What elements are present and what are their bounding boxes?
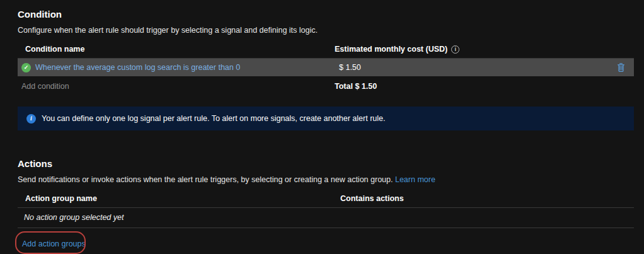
learn-more-link[interactable]: Learn more <box>395 175 435 184</box>
actions-section-description: Send notifications or invoke actions whe… <box>18 175 634 184</box>
alert-rule-page: Condition Configure when the alert rule … <box>0 0 644 254</box>
action-group-table: Action group name Contains actions No ac… <box>18 190 634 254</box>
add-condition-button[interactable]: Add condition <box>21 82 335 91</box>
trash-icon <box>617 65 625 74</box>
condition-section-title: Condition <box>18 9 634 20</box>
no-action-group-message: No action group selected yet <box>18 208 634 228</box>
condition-section-description: Configure when the alert rule should tri… <box>18 26 634 35</box>
add-action-groups-row: Add action groups <box>18 233 634 254</box>
condition-table-footer-row: Add condition Total $ 1.50 <box>18 76 634 96</box>
estimated-cost-column-header: Estimated monthly cost (USD) i <box>335 45 634 54</box>
actions-section-title: Actions <box>18 158 634 169</box>
condition-row[interactable]: ✓ Whenever the average custom log search… <box>18 59 634 76</box>
info-banner-text: You can define only one log signal per a… <box>42 114 385 123</box>
condition-table: Condition name Estimated monthly cost (U… <box>18 41 634 96</box>
info-banner: i You can define only one log signal per… <box>18 107 634 130</box>
delete-condition-button[interactable] <box>616 62 626 74</box>
action-group-table-header: Action group name Contains actions <box>18 190 634 208</box>
success-check-icon: ✓ <box>21 63 31 72</box>
condition-name-cell: ✓ Whenever the average custom log search… <box>21 63 331 72</box>
action-group-name-column-header: Action group name <box>25 194 340 203</box>
condition-link[interactable]: Whenever the average custom log search i… <box>35 63 240 72</box>
info-banner-icon: i <box>26 114 36 124</box>
condition-name-column-header: Condition name <box>25 45 335 54</box>
condition-section: Condition Configure when the alert rule … <box>18 9 634 130</box>
contains-actions-column-header: Contains actions <box>340 194 634 203</box>
total-cost-value: Total $ 1.50 <box>335 82 634 91</box>
actions-section: Actions Send notifications or invoke act… <box>18 158 634 254</box>
info-icon[interactable]: i <box>451 45 459 54</box>
condition-cost-value: $ 1.50 <box>331 63 634 72</box>
condition-table-header: Condition name Estimated monthly cost (U… <box>18 41 634 59</box>
add-action-groups-link[interactable]: Add action groups <box>22 240 86 248</box>
